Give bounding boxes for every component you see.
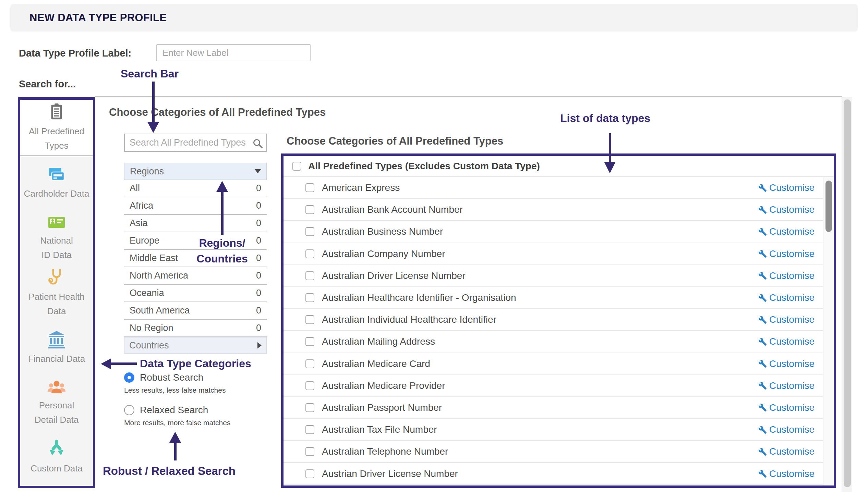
relaxed-search-description: More results, more false matches [124, 419, 282, 427]
region-row[interactable]: Asia0 [124, 215, 267, 232]
customise-label: Customise [769, 226, 815, 237]
sidebar-item-financial-data[interactable]: Financial Data [20, 321, 93, 376]
region-row[interactable]: North America0 [124, 267, 267, 285]
annotation-list-of-data-types: List of data types [560, 112, 650, 125]
sidebar-item-custom-data[interactable]: Custom Data [20, 430, 93, 485]
profile-label-text: Data Type Profile Label: [19, 48, 131, 59]
sidebar-item-personal-detail-data[interactable]: Personal Detail Data [20, 376, 93, 430]
row-checkbox[interactable] [305, 381, 314, 390]
region-count: 0 [256, 305, 261, 316]
customise-link[interactable]: Customise [758, 204, 815, 215]
branch-arrows-icon [47, 440, 66, 459]
region-row[interactable]: South America0 [124, 302, 267, 320]
region-label: Europe [130, 235, 159, 246]
region-label: Middle East [130, 253, 178, 263]
list-item: American ExpressCustomise [284, 177, 823, 199]
customise-link[interactable]: Customise [758, 226, 815, 237]
annotation-arrowhead-left [101, 358, 111, 369]
relaxed-search-radio[interactable] [124, 405, 134, 415]
list-item: Australian Business NumberCustomise [284, 221, 823, 243]
bank-icon [47, 330, 66, 350]
customise-link[interactable]: Customise [758, 248, 815, 259]
sidebar-item-label: Financial Data [28, 352, 85, 366]
robust-search-option[interactable]: Robust Search [124, 372, 282, 383]
wrench-icon [758, 184, 767, 192]
list-scrollbar-thumb[interactable] [825, 181, 832, 232]
annotation-robust-relaxed: Robust / Relaxed Search [103, 465, 236, 478]
region-row[interactable]: All0 [124, 180, 267, 197]
customise-link[interactable]: Customise [758, 402, 815, 413]
robust-search-radio[interactable] [124, 372, 134, 383]
customise-link[interactable]: Customise [758, 314, 815, 325]
customise-link[interactable]: Customise [758, 358, 815, 369]
row-checkbox[interactable] [305, 315, 314, 324]
region-label: South America [130, 305, 190, 316]
wrench-icon [758, 249, 767, 258]
data-type-label: American Express [314, 182, 758, 193]
customise-link[interactable]: Customise [758, 446, 815, 457]
region-count: 0 [256, 253, 261, 263]
region-row[interactable]: Africa0 [124, 197, 267, 215]
search-icon[interactable] [252, 138, 263, 150]
row-checkbox[interactable] [305, 227, 314, 236]
region-row[interactable]: Oceania0 [124, 285, 267, 302]
row-checkbox[interactable] [305, 183, 314, 192]
type-list-panel: All Predefined Types (Excludes Custom Da… [281, 153, 836, 488]
list-scrollbar[interactable] [823, 177, 834, 485]
region-count: 0 [256, 183, 261, 194]
type-list-body: American ExpressCustomiseAustralian Bank… [284, 177, 834, 485]
page-scrollbar[interactable] [842, 97, 852, 492]
list-item: Austrian Driver License NumberCustomise [284, 463, 823, 485]
profile-label-input[interactable] [156, 44, 311, 61]
countries-dropdown[interactable]: Countries [124, 337, 267, 354]
row-checkbox[interactable] [305, 249, 314, 258]
sidebar-item-cardholder-data[interactable]: Cardholder Data [20, 156, 93, 211]
select-all-checkbox[interactable] [292, 162, 301, 171]
region-row[interactable]: No Region0 [124, 320, 267, 337]
annotation-arrow-left [110, 362, 137, 365]
row-checkbox[interactable] [305, 205, 314, 214]
search-mode-group: Robust Search Less results, less false m… [124, 372, 282, 427]
annotation-arrowhead-down [147, 122, 159, 133]
list-item: Australian Healthcare Identifier - Organ… [284, 287, 823, 309]
wrench-icon [758, 227, 767, 236]
sidebar-item-label: Personal Detail Data [35, 398, 79, 427]
annotation-arrowhead-up [216, 181, 228, 192]
row-checkbox[interactable] [305, 469, 314, 478]
customise-link[interactable]: Customise [758, 292, 815, 303]
new-data-type-profile-page: NEW DATA TYPE PROFILE Data Type Profile … [0, 0, 868, 492]
row-checkbox[interactable] [305, 271, 314, 280]
row-checkbox[interactable] [305, 293, 314, 302]
sidebar-item-national-id-data[interactable]: National ID Data [20, 211, 93, 266]
row-checkbox[interactable] [305, 337, 314, 346]
content-divider [95, 96, 842, 97]
data-type-label: Australian Telephone Number [314, 446, 758, 457]
data-type-label: Australian Company Number [314, 248, 758, 259]
sidebar-item-all-predefined-types[interactable]: All Predefined Types [20, 100, 93, 156]
row-checkbox[interactable] [305, 447, 314, 456]
sidebar-item-label: National ID Data [40, 234, 73, 262]
search-input[interactable] [125, 134, 266, 151]
list-item: Australian Medicare CardCustomise [284, 353, 823, 375]
customise-link[interactable]: Customise [758, 270, 815, 281]
relaxed-search-option[interactable]: Relaxed Search [124, 405, 282, 416]
data-type-label: Australian Individual Healthcare Identif… [314, 314, 758, 325]
row-checkbox[interactable] [305, 425, 314, 434]
customise-link[interactable]: Customise [758, 380, 815, 391]
customise-link[interactable]: Customise [758, 182, 815, 193]
sidebar-item-patient-health-data[interactable]: Patient Health Data [20, 266, 93, 321]
page-scrollbar-thumb[interactable] [844, 99, 851, 487]
wrench-icon [758, 469, 767, 478]
customise-link[interactable]: Customise [758, 336, 815, 347]
annotation-arrow-down [609, 133, 611, 162]
data-type-label: Australian Tax File Number [314, 424, 758, 435]
regions-dropdown[interactable]: Regions [124, 163, 267, 180]
row-checkbox[interactable] [305, 359, 314, 368]
customise-link[interactable]: Customise [758, 424, 815, 435]
region-count: 0 [256, 323, 261, 333]
list-item: Australian Mailing AddressCustomise [284, 331, 823, 353]
search-box [124, 134, 267, 152]
list-item: Australian Driver License NumberCustomis… [284, 265, 823, 287]
row-checkbox[interactable] [305, 403, 314, 412]
customise-link[interactable]: Customise [758, 468, 815, 479]
